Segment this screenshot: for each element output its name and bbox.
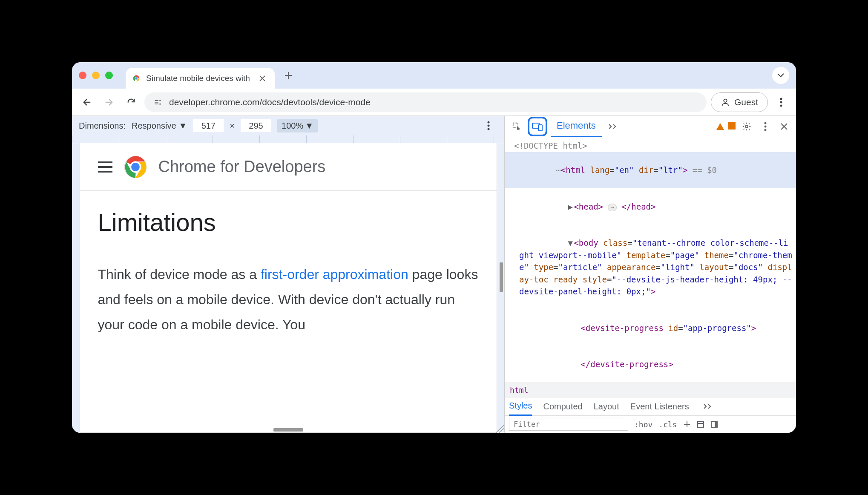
devtools-toolbar: Elements xyxy=(505,116,796,137)
tab-search-button[interactable] xyxy=(772,67,789,84)
guest-icon xyxy=(721,98,730,107)
layout-tab[interactable]: Layout xyxy=(594,397,619,416)
devtools-panel: Elements <!DOC xyxy=(504,116,796,433)
svg-point-3 xyxy=(159,100,161,101)
svg-point-7 xyxy=(780,101,782,103)
zoom-select[interactable]: 100% ▼ xyxy=(277,119,318,132)
chevron-down-icon: ▼ xyxy=(179,121,187,131)
svg-point-20 xyxy=(765,125,767,127)
approximation-link[interactable]: first-order approximation xyxy=(261,267,408,282)
profile-button[interactable]: Guest xyxy=(711,92,768,112)
dom-node[interactable]: <devsite-progress id="app-progress"> xyxy=(505,310,796,346)
browser-tab[interactable]: Simulate mobile devices with xyxy=(126,68,275,89)
dom-node[interactable]: </devsite-progress> xyxy=(505,346,796,383)
styles-toolbar: :hov .cls xyxy=(505,416,796,433)
svg-rect-22 xyxy=(698,421,704,427)
svg-point-10 xyxy=(488,125,490,127)
resize-handle-corner[interactable] xyxy=(496,424,504,433)
chrome-favicon-icon xyxy=(132,74,141,83)
resize-handle-bottom[interactable] xyxy=(273,428,303,432)
dom-breadcrumb[interactable]: html xyxy=(505,383,796,397)
devtools-menu-button[interactable] xyxy=(758,119,773,134)
computed-tab[interactable]: Computed xyxy=(543,397,582,416)
cls-toggle[interactable]: .cls xyxy=(658,420,677,429)
styles-tabs: Styles Computed Layout Event Listeners xyxy=(505,397,796,416)
styles-filter-input[interactable] xyxy=(509,418,628,431)
dom-node-html[interactable]: ⋯<html lang="en" dir="ltr"> == $0 xyxy=(505,152,796,189)
elements-tab[interactable]: Elements xyxy=(551,116,602,137)
computed-sidebar-button[interactable] xyxy=(697,420,704,428)
forward-button[interactable] xyxy=(100,93,118,111)
new-style-rule-button[interactable] xyxy=(683,420,691,428)
svg-point-4 xyxy=(159,103,161,104)
resize-handle-right[interactable] xyxy=(500,262,503,292)
device-toolbar: Dimensions: Responsive ▼ × 100% ▼ xyxy=(72,116,504,135)
svg-point-5 xyxy=(724,99,727,102)
page-header: Chrome for Developers xyxy=(80,143,497,191)
svg-point-21 xyxy=(765,129,767,131)
close-tab-button[interactable] xyxy=(258,74,267,83)
tab-strip-right xyxy=(772,67,789,84)
dom-tree[interactable]: <!DOCTYPE html> ⋯<html lang="en" dir="lt… xyxy=(505,137,796,383)
warning-icon[interactable] xyxy=(716,123,724,130)
settings-button[interactable] xyxy=(739,119,754,134)
rendering-button[interactable] xyxy=(710,420,718,428)
chrome-logo-icon xyxy=(124,155,147,179)
svg-point-11 xyxy=(488,128,490,130)
device-toolbar-menu[interactable] xyxy=(480,121,497,130)
chevron-down-icon: ▼ xyxy=(305,121,313,131)
page-heading: Limitations xyxy=(98,208,479,236)
device-mode-pane: Dimensions: Responsive ▼ × 100% ▼ xyxy=(72,116,504,433)
profile-label: Guest xyxy=(734,97,758,107)
address-bar[interactable]: developer.chrome.com/docs/devtools/devic… xyxy=(144,92,707,112)
site-settings-icon[interactable] xyxy=(153,98,162,107)
back-button[interactable] xyxy=(78,93,96,111)
content-area: Dimensions: Responsive ▼ × 100% ▼ xyxy=(72,116,796,433)
svg-point-19 xyxy=(765,122,767,124)
close-window-button[interactable] xyxy=(79,72,86,79)
window-controls xyxy=(79,72,113,79)
browser-toolbar: developer.chrome.com/docs/devtools/devic… xyxy=(72,89,796,116)
dimensions-times: × xyxy=(230,121,235,131)
more-styles-tabs[interactable] xyxy=(700,399,716,414)
browser-window: Simulate mobile devices with xyxy=(72,62,796,433)
minimize-window-button[interactable] xyxy=(92,72,100,79)
page-header-title: Chrome for Developers xyxy=(158,158,326,176)
gear-icon xyxy=(742,122,751,131)
tab-strip: Simulate mobile devices with xyxy=(72,62,796,89)
new-tab-button[interactable] xyxy=(284,71,293,80)
plus-icon xyxy=(683,420,691,428)
ruler[interactable] xyxy=(72,135,504,143)
svg-point-8 xyxy=(780,104,782,106)
hamburger-menu-icon[interactable] xyxy=(98,161,112,173)
close-devtools-button[interactable] xyxy=(776,119,792,134)
reload-button[interactable] xyxy=(122,93,140,111)
dom-node[interactable]: ▶<head> ⋯ </head> xyxy=(505,188,796,225)
more-tabs-button[interactable] xyxy=(605,119,621,134)
issues-icon[interactable] xyxy=(728,122,736,131)
svg-point-18 xyxy=(745,125,748,128)
height-input[interactable] xyxy=(241,119,271,132)
svg-point-9 xyxy=(488,121,490,124)
page-body: Limitations Think of device mode as a fi… xyxy=(80,191,497,355)
device-select[interactable]: Responsive ▼ xyxy=(132,121,187,131)
browser-menu-button[interactable] xyxy=(772,98,790,107)
device-viewport[interactable]: Chrome for Developers Limitations Think … xyxy=(80,143,497,433)
hov-toggle[interactable]: :hov xyxy=(634,420,652,429)
tab-title: Simulate mobile devices with xyxy=(146,74,253,83)
dom-node[interactable]: <!DOCTYPE html> xyxy=(505,140,796,152)
page-paragraph: Think of device mode as a first-order ap… xyxy=(98,262,479,338)
close-icon xyxy=(781,123,788,130)
toggle-device-toolbar-button[interactable] xyxy=(528,117,547,136)
dom-node[interactable]: ▼<body class="tenant--chrome color-schem… xyxy=(505,225,796,310)
styles-tab[interactable]: Styles xyxy=(509,397,532,416)
svg-rect-24 xyxy=(715,421,717,427)
dimensions-label: Dimensions: xyxy=(79,121,126,131)
width-input[interactable] xyxy=(193,119,224,132)
svg-point-6 xyxy=(780,98,782,100)
url-text: developer.chrome.com/docs/devtools/devic… xyxy=(169,97,371,107)
maximize-window-button[interactable] xyxy=(105,72,113,79)
inspect-element-button[interactable] xyxy=(509,119,524,134)
event-listeners-tab[interactable]: Event Listeners xyxy=(630,397,689,416)
svg-rect-17 xyxy=(538,125,542,131)
